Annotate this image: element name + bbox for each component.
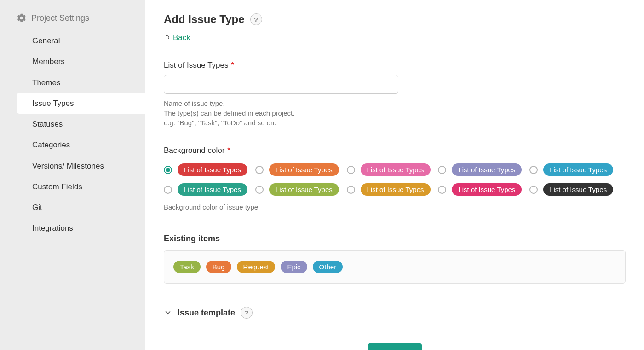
- sidebar: Project Settings GeneralMembersThemesIss…: [0, 0, 145, 350]
- color-option-5[interactable]: List of Issue Types: [529, 163, 615, 176]
- color-swatch-pill: List of Issue Types: [178, 183, 247, 196]
- page-header: Add Issue Type ?: [164, 13, 626, 26]
- radio-icon: [164, 166, 172, 174]
- existing-items-box: TaskBugRequestEpicOther: [164, 250, 626, 284]
- color-option-6[interactable]: List of Issue Types: [164, 183, 249, 196]
- radio-icon: [438, 166, 446, 174]
- color-field-label: Background color *: [164, 146, 626, 155]
- sidebar-item-themes[interactable]: Themes: [0, 72, 145, 93]
- list-of-issue-types-field: List of Issue Types * Name of issue type…: [164, 61, 626, 128]
- radio-icon: [347, 166, 355, 174]
- sidebar-item-custom-fields[interactable]: Custom Fields: [0, 176, 145, 197]
- sidebar-title: Project Settings: [31, 13, 89, 23]
- color-field-hint: Background color of issue type.: [164, 202, 626, 212]
- existing-items-section: Existing items TaskBugRequestEpicOther: [164, 234, 626, 284]
- radio-icon: [164, 186, 172, 194]
- sidebar-item-members[interactable]: Members: [0, 51, 145, 72]
- radio-icon: [529, 186, 538, 194]
- chevron-down-icon: [164, 309, 172, 317]
- gear-icon: [17, 13, 27, 23]
- color-option-8[interactable]: List of Issue Types: [347, 183, 432, 196]
- color-option-9[interactable]: List of Issue Types: [438, 183, 523, 196]
- list-hint-line: e.g. "Bug", "Task", "ToDo" and so on.: [164, 118, 626, 128]
- issue-template-title: Issue template: [178, 308, 235, 318]
- background-color-field: Background color * List of Issue TypesLi…: [164, 146, 626, 212]
- existing-item-other: Other: [313, 261, 343, 273]
- existing-items-title: Existing items: [164, 234, 626, 244]
- existing-item-epic: Epic: [281, 261, 307, 273]
- color-swatch-pill: List of Issue Types: [361, 163, 431, 176]
- help-icon[interactable]: ?: [241, 307, 253, 319]
- color-options-grid: List of Issue TypesList of Issue TypesLi…: [164, 163, 615, 196]
- color-swatch-pill: List of Issue Types: [361, 183, 431, 196]
- undo-icon: [164, 33, 170, 42]
- issue-template-toggle[interactable]: Issue template ?: [164, 307, 626, 319]
- color-option-2[interactable]: List of Issue Types: [255, 163, 340, 176]
- required-icon: *: [227, 146, 230, 155]
- color-swatch-pill: List of Issue Types: [452, 183, 522, 196]
- color-swatch-pill: List of Issue Types: [178, 163, 247, 176]
- sidebar-item-statuses[interactable]: Statuses: [0, 114, 145, 134]
- radio-icon: [255, 186, 264, 194]
- color-option-1[interactable]: List of Issue Types: [164, 163, 249, 176]
- sidebar-item-integrations[interactable]: Integrations: [0, 218, 145, 239]
- existing-item-request: Request: [237, 261, 276, 273]
- sidebar-item-issue-types[interactable]: Issue Types: [17, 93, 145, 114]
- submit-row: Submit: [164, 343, 626, 350]
- radio-icon: [529, 166, 538, 174]
- radio-icon: [255, 166, 264, 174]
- color-option-3[interactable]: List of Issue Types: [347, 163, 432, 176]
- sidebar-item-categories[interactable]: Categories: [0, 134, 145, 155]
- color-option-4[interactable]: List of Issue Types: [438, 163, 523, 176]
- back-row: Back: [164, 33, 626, 42]
- radio-icon: [347, 186, 355, 194]
- main: Add Issue Type ? Back List of Issue Type…: [145, 0, 644, 350]
- sidebar-header: Project Settings: [0, 11, 145, 30]
- color-swatch-pill: List of Issue Types: [543, 163, 613, 176]
- color-option-10[interactable]: List of Issue Types: [529, 183, 615, 196]
- existing-item-bug: Bug: [206, 261, 231, 273]
- back-link[interactable]: Back: [173, 33, 190, 42]
- help-icon[interactable]: ?: [250, 13, 262, 25]
- list-hint-line: Name of issue type.: [164, 99, 626, 108]
- submit-button[interactable]: Submit: [368, 343, 422, 350]
- color-swatch-pill: List of Issue Types: [452, 163, 522, 176]
- sidebar-item-versions-milestones[interactable]: Versions/ Milestones: [0, 156, 145, 176]
- issue-type-name-input[interactable]: [164, 75, 398, 94]
- sidebar-item-general[interactable]: General: [0, 30, 145, 51]
- list-hint-line: The type(s) can be defined in each proje…: [164, 108, 626, 118]
- list-field-label-text: List of Issue Types: [164, 61, 228, 70]
- color-swatch-pill: List of Issue Types: [269, 183, 339, 196]
- sidebar-item-git[interactable]: Git: [0, 197, 145, 218]
- required-icon: *: [231, 61, 234, 70]
- color-option-7[interactable]: List of Issue Types: [255, 183, 340, 196]
- page-title: Add Issue Type: [164, 13, 245, 26]
- sidebar-nav: GeneralMembersThemesIssue TypesStatusesC…: [0, 30, 145, 239]
- color-field-label-text: Background color: [164, 146, 224, 155]
- list-field-label: List of Issue Types *: [164, 61, 626, 70]
- list-field-hint: Name of issue type. The type(s) can be d…: [164, 99, 626, 128]
- color-swatch-pill: List of Issue Types: [269, 163, 339, 176]
- radio-icon: [438, 186, 446, 194]
- color-swatch-pill: List of Issue Types: [543, 183, 613, 196]
- existing-item-task: Task: [173, 261, 201, 273]
